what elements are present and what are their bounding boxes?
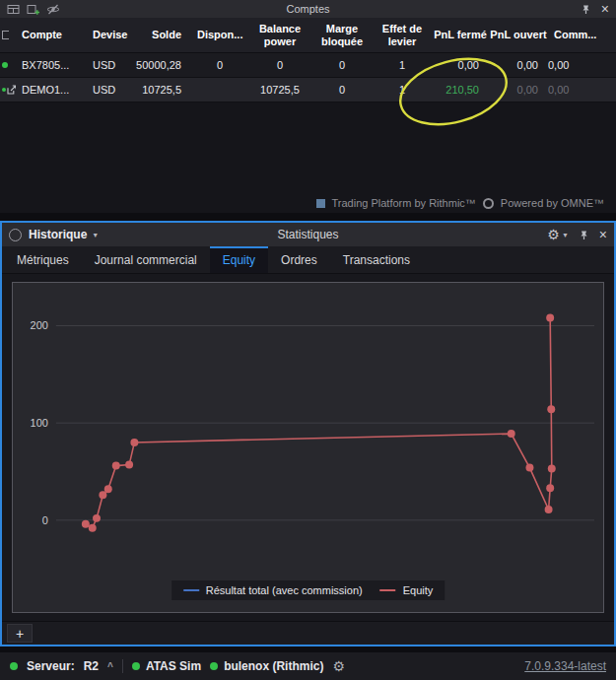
- tab-ordres[interactable]: Ordres: [268, 246, 330, 273]
- panel-selector-label: Historique: [29, 228, 87, 241]
- rithmic-logo-icon: [316, 199, 325, 208]
- column-header[interactable]: PnL ouvert: [489, 18, 548, 52]
- column-header[interactable]: Devise: [87, 18, 136, 52]
- trading-platform-screen: Comptes × CompteDeviseSoldeDispon...Bala…: [0, 0, 616, 680]
- legend-item[interactable]: Résultat total (avec commission): [183, 584, 363, 596]
- table-cell: 10725,5: [136, 78, 191, 102]
- table-cell: 0,00: [489, 53, 548, 77]
- legend-label: Résultat total (avec commission): [206, 584, 363, 596]
- table-cell: 210,50: [432, 78, 489, 102]
- table-cell: 0,00: [548, 78, 579, 102]
- panel-selector[interactable]: Historique ▼: [29, 228, 99, 241]
- tab-transactions[interactable]: Transactions: [330, 246, 423, 273]
- equity-chart-plot: 0100200: [13, 283, 603, 612]
- table-cell: 1: [373, 78, 432, 102]
- column-header[interactable]: Comm...: [548, 18, 616, 52]
- connection-label: bulenox (Rithmic): [224, 659, 323, 673]
- legend-swatch: [183, 589, 199, 591]
- panel-logo-icon: [9, 229, 22, 241]
- table-cell: USD: [87, 53, 136, 77]
- server-label: Serveur:: [27, 659, 75, 673]
- connection-status-dot: [132, 662, 140, 670]
- tab-journal-commercial[interactable]: Journal commercial: [82, 246, 210, 273]
- column-header[interactable]: Effet de levier: [373, 18, 432, 52]
- table-cell: 1: [373, 53, 432, 77]
- accounts-panel: Comptes × CompteDeviseSoldeDispon...Bala…: [0, 0, 616, 213]
- svg-text:200: 200: [31, 320, 48, 332]
- column-header[interactable]: PnL fermé: [432, 18, 489, 52]
- close-icon[interactable]: ×: [601, 2, 609, 16]
- chart-legend: Résultat total (avec commission)Equity: [171, 580, 445, 600]
- gear-glyph: ⚙: [547, 228, 560, 241]
- column-header[interactable]: Marge bloquée: [311, 18, 373, 52]
- svg-text:0: 0: [42, 514, 48, 526]
- column-settings-glyph: [2, 31, 9, 39]
- tab-métriques[interactable]: Métriques: [4, 246, 82, 273]
- table-cell: [191, 78, 248, 102]
- accounts-rows: BX7805...USD50000,2800010,000,000,00DEMO…: [0, 53, 616, 102]
- pin-icon[interactable]: [579, 230, 589, 240]
- stats-titlebar: Historique ▼ Statistiques ⚙▼ ×: [2, 223, 614, 246]
- table-cell: 0: [311, 78, 373, 102]
- omne-text: Powered by OMNE™: [501, 197, 604, 209]
- status-bar: Serveur: R2 ^ ATAS Sim bulenox (Rithmic)…: [0, 652, 616, 680]
- row-status-cell: [0, 53, 16, 77]
- accounts-titlebar: Comptes ×: [0, 0, 616, 18]
- close-icon[interactable]: ×: [599, 228, 607, 241]
- table-cell: 0: [191, 53, 248, 77]
- version-link[interactable]: 7.0.9.334-latest: [524, 659, 606, 673]
- rithmic-text: Trading Platform by Rithmic™: [332, 197, 476, 209]
- open-account-icon[interactable]: [7, 85, 16, 95]
- column-header[interactable]: Dispon...: [191, 18, 248, 52]
- account-row[interactable]: BX7805...USD50000,2800010,000,000,00: [0, 53, 616, 78]
- row-status-cell: [0, 78, 16, 102]
- table-cell: 0: [311, 53, 373, 77]
- accounts-header-row: CompteDeviseSoldeDispon...Balance powerM…: [0, 18, 616, 53]
- panel-tab-strip: +: [2, 621, 614, 645]
- column-header[interactable]: Balance power: [248, 18, 311, 52]
- eye-off-icon[interactable]: [46, 3, 60, 16]
- stats-tabs: MétriquesJournal commercialEquityOrdresT…: [2, 246, 614, 274]
- pin-icon[interactable]: [581, 4, 591, 15]
- chevron-down-icon: ▼: [562, 232, 569, 238]
- account-row[interactable]: DEMO1...USD10725,510725,501210,500,000,0…: [0, 78, 616, 102]
- table-cell: DEMO1...: [16, 78, 87, 102]
- account-active-dot: [2, 88, 6, 92]
- table-cell: 50000,28: [136, 53, 191, 77]
- table-cell: USD: [87, 78, 136, 102]
- table-cell: 0,00: [489, 78, 548, 102]
- add-window-icon[interactable]: [27, 3, 39, 16]
- statistics-panel: Historique ▼ Statistiques ⚙▼ × Métriques…: [0, 221, 616, 646]
- connection-bulenox[interactable]: bulenox (Rithmic): [210, 659, 323, 673]
- connection-label: ATAS Sim: [146, 659, 201, 673]
- accounts-empty-area: [0, 102, 616, 193]
- server-status-dot: [10, 662, 18, 670]
- chevron-up-icon[interactable]: ^: [107, 661, 113, 672]
- accounts-toolbar: [7, 3, 60, 16]
- table-cell: 0,00: [548, 53, 579, 77]
- svg-text:100: 100: [31, 417, 48, 429]
- column-header[interactable]: Compte: [16, 18, 87, 52]
- panel-divider: [0, 213, 616, 221]
- legend-swatch: [380, 589, 396, 591]
- grid-icon[interactable]: [7, 3, 20, 16]
- gear-icon[interactable]: ⚙: [332, 658, 345, 674]
- panel-title: Comptes: [0, 3, 616, 15]
- connection-atas-sim[interactable]: ATAS Sim: [132, 659, 201, 673]
- settings-gear-icon[interactable]: ⚙▼: [547, 228, 569, 241]
- server-value[interactable]: R2: [84, 659, 99, 673]
- legend-item[interactable]: Equity: [380, 584, 434, 596]
- add-tab-button[interactable]: +: [7, 624, 33, 643]
- column-settings-icon[interactable]: [0, 18, 16, 52]
- divider: [122, 659, 123, 673]
- table-cell: 0,00: [432, 53, 489, 77]
- equity-chart: 0100200 Résultat total (avec commission)…: [12, 282, 604, 613]
- table-cell: 10725,5: [248, 78, 311, 102]
- tab-equity[interactable]: Equity: [210, 246, 268, 273]
- table-cell: BX7805...: [16, 53, 87, 77]
- column-header[interactable]: Solde: [136, 18, 191, 52]
- chevron-down-icon: ▼: [92, 232, 99, 238]
- connection-status-dot: [210, 662, 218, 670]
- accounts-footer: Trading Platform by Rithmic™ Powered by …: [0, 193, 616, 213]
- legend-label: Equity: [403, 584, 434, 596]
